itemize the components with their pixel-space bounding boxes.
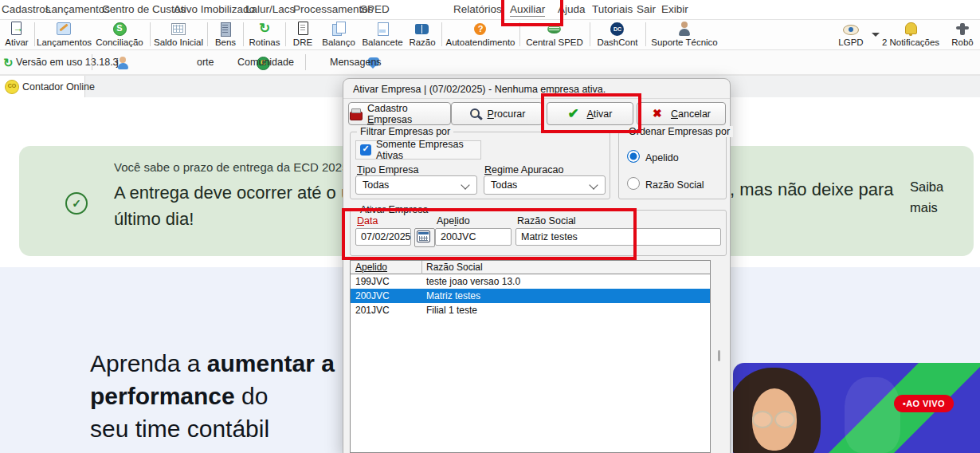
ativar-empresa-group: Ativar Empresa Data 07/02/2025 Apelido 2… xyxy=(350,210,727,256)
column-razao-social[interactable]: Razão Social xyxy=(426,262,483,273)
data-input[interactable]: 07/02/2025 xyxy=(355,228,411,246)
toolbar-separator xyxy=(441,22,442,46)
table-header[interactable]: Apelido Razão Social xyxy=(351,261,710,274)
menu-cadastros[interactable]: Cadastros xyxy=(2,3,51,15)
book-icon xyxy=(413,22,432,37)
regime-apuracao-label: Regime Apuracao xyxy=(484,164,563,175)
radio-selected-icon[interactable] xyxy=(627,150,640,163)
table-row[interactable]: 201JVC Filial 1 teste xyxy=(351,303,710,317)
toolbar-separator xyxy=(243,22,244,46)
ativar-button[interactable]: Ativar xyxy=(547,102,633,125)
quickbar-separator xyxy=(305,54,306,70)
menu-lancamentos[interactable]: Lançamentos xyxy=(45,3,110,15)
procurar-button[interactable]: Procurar xyxy=(451,102,543,125)
menu-auxiliar[interactable]: Auxiliar xyxy=(510,3,545,17)
menu-ativo-imobilizado[interactable]: Ativo Imobilizado xyxy=(174,3,255,15)
calendar-button[interactable] xyxy=(414,228,435,247)
community-link[interactable]: Comunidade xyxy=(237,57,294,68)
scrollbar[interactable] xyxy=(718,350,720,361)
dc-circle-icon xyxy=(608,22,627,37)
dialog-titlebar[interactable]: Ativar Empresa | (07/02/2025) - Nenhuma … xyxy=(343,79,730,99)
menu-exibir[interactable]: Exibir xyxy=(661,3,688,15)
toolbar-razao[interactable]: Razão xyxy=(406,22,439,47)
document-icon xyxy=(293,22,312,37)
toolbar-dre[interactable]: DRE xyxy=(288,22,317,47)
radio-razao-social[interactable]: Razão Social xyxy=(627,177,704,191)
column-divider[interactable] xyxy=(421,261,422,274)
question-circle-icon xyxy=(471,22,490,37)
razao-social-label: Razão Social xyxy=(517,215,576,226)
toolbar-central-sped[interactable]: Central SPED xyxy=(522,22,587,47)
copy-pages-icon xyxy=(329,22,348,37)
menu-relatorios[interactable]: Relatórios xyxy=(453,3,502,15)
recycle-icon xyxy=(255,22,274,37)
cadastro-empresas-button[interactable]: Cadastro Empresas xyxy=(348,102,451,125)
eye-icon xyxy=(841,22,860,37)
checkbox-checked-icon[interactable] xyxy=(360,144,371,156)
toolbar-dashcont[interactable]: DashCont xyxy=(592,22,643,47)
table-row-selected[interactable]: 200JVC Matriz testes xyxy=(351,289,710,303)
table-row[interactable]: 199JVC teste joao versao 13.0 xyxy=(351,274,710,289)
menu-sped[interactable]: SPED xyxy=(360,3,390,15)
group-legend: Ordenar Empresas por xyxy=(625,126,733,137)
somente-ativas-checkbox-panel[interactable]: Somente Empresas Ativas xyxy=(355,140,481,160)
red-x-icon xyxy=(652,108,666,120)
menu-lalur-lacs[interactable]: Lalur/Lacs xyxy=(245,3,295,15)
column-apelido[interactable]: Apelido xyxy=(355,262,387,273)
toolbar-balanco[interactable]: Balanço xyxy=(318,22,359,47)
toolbar-ativar[interactable]: Ativar xyxy=(2,22,32,47)
toolbar-separator xyxy=(150,22,151,46)
toolbar-saldo-inicial[interactable]: Saldo Inicial xyxy=(152,22,205,47)
group-legend: Ativar Empresa xyxy=(357,204,431,215)
tipo-empresa-label: Tipo Empresa xyxy=(357,164,418,175)
toolbar-lancamentos[interactable]: Lançamentos xyxy=(37,22,91,47)
menu-tutoriais[interactable]: Tutoriais xyxy=(592,3,633,15)
regime-apuracao-select[interactable]: Todas xyxy=(484,175,606,195)
main-toolbar: Ativar Lançamentos Conciliação Saldo Ini… xyxy=(0,20,980,50)
checkbox-label: Somente Empresas Ativas xyxy=(376,139,480,161)
figure-illustration xyxy=(845,377,900,453)
toolbar-separator xyxy=(207,22,208,46)
live-banner[interactable]: •AO VIVO xyxy=(733,363,980,453)
toolbar-balancete[interactable]: Balancete xyxy=(360,22,405,47)
person-icon xyxy=(675,22,694,37)
toolbar-bens[interactable]: Bens xyxy=(210,22,241,47)
toolbar-rotinas[interactable]: Rotinas xyxy=(245,22,284,47)
table-grid-icon xyxy=(169,22,188,37)
menu-sair[interactable]: Sair xyxy=(637,3,656,15)
coin-icon xyxy=(110,22,129,37)
toolbar-separator xyxy=(34,22,35,46)
toolbar-autoatendimento[interactable]: Autoatendimento xyxy=(444,22,517,47)
toolbar-conciliacao[interactable]: Conciliação xyxy=(92,22,147,47)
radio-apelido[interactable]: Apelido xyxy=(627,150,679,163)
toolbar-suporte-tecnico[interactable]: Suporte Técnico xyxy=(648,22,721,47)
razao-social-input[interactable]: Matriz testes xyxy=(515,228,721,246)
magnifier-icon xyxy=(468,108,483,120)
toolbar-notificacoes[interactable]: 2 Notificações xyxy=(879,22,943,47)
ativar-empresa-dialog: Ativar Empresa | (07/02/2025) - Nenhuma … xyxy=(343,78,731,453)
menu-ajuda[interactable]: Ajuda xyxy=(558,3,586,15)
quickbar-separator xyxy=(92,54,92,70)
toolbar-lgpd[interactable]: LGPD xyxy=(829,22,873,47)
robot-icon xyxy=(953,22,972,37)
empresas-table: Apelido Razão Social 199JVC teste joao v… xyxy=(350,260,711,453)
cancelar-button[interactable]: Cancelar xyxy=(637,102,726,125)
notice-big-text: A entrega deve ocorrer até o úl último d… xyxy=(114,179,355,232)
ao-vivo-badge: •AO VIVO xyxy=(894,395,954,412)
messages-link[interactable]: Mensagens xyxy=(330,57,382,68)
ordenar-empresas-group: Ordenar Empresas por Apelido Razão Socia… xyxy=(618,132,727,199)
toolbar-separator xyxy=(590,22,590,46)
user-name-fragment[interactable]: j xyxy=(116,57,119,68)
toolbar-robo[interactable]: Robô xyxy=(947,22,978,47)
radio-unselected-icon[interactable] xyxy=(627,177,640,190)
promo-heading: Aprenda a aumentar a performance do seu … xyxy=(90,347,335,445)
version-label[interactable]: Versão em uso 13.18.3 xyxy=(16,57,119,68)
tipo-empresa-select[interactable]: Todas xyxy=(355,175,477,195)
glasses-icon xyxy=(752,411,773,428)
saiba-mais-link[interactable]: Saiba mais xyxy=(910,176,961,218)
red-book-icon xyxy=(349,108,363,120)
apelido-input[interactable]: 200JVC xyxy=(435,228,512,246)
page-icon xyxy=(373,22,392,37)
tab-contador-online[interactable]: Contador Online xyxy=(0,76,85,97)
toolbar-separator xyxy=(519,22,520,46)
